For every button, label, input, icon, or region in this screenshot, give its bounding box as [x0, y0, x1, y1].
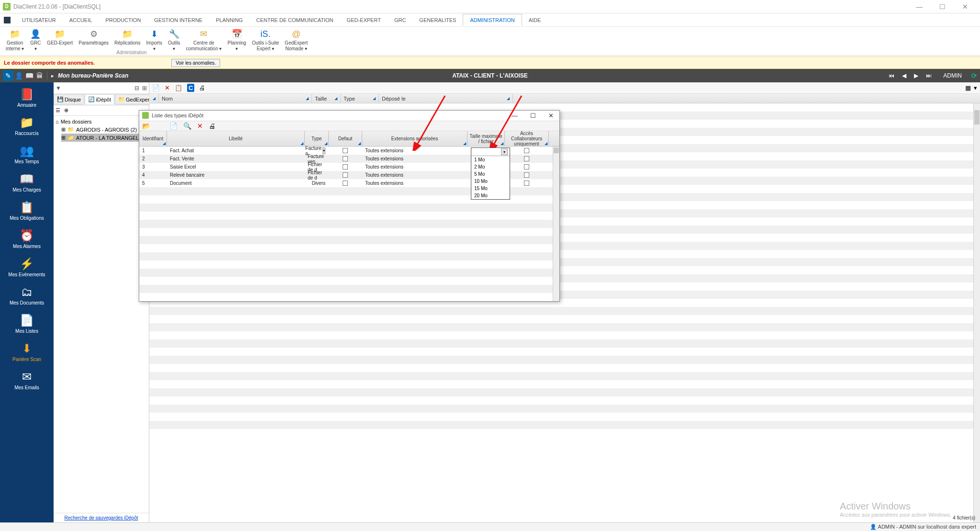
dialog-delete-icon[interactable]: ✕	[197, 122, 203, 130]
sidebar-item-panière-scan[interactable]: ⬇ Panière Scan	[0, 338, 54, 366]
ribbon-param-trages[interactable]: ⚙ Paramétrages	[77, 29, 111, 52]
grid-icon[interactable]: ▦	[965, 84, 971, 91]
dialog-column-header[interactable]: Defaut◢	[329, 131, 362, 146]
ribbon-r-plications[interactable]: 📁 Réplications	[112, 29, 142, 52]
dropdown-option[interactable]: 10 Mo	[471, 178, 510, 185]
app-menu-icon[interactable]	[4, 17, 11, 23]
dialog-zoom-icon[interactable]: 🔍	[183, 122, 191, 130]
dropdown-option[interactable]: 20 Mo	[471, 192, 510, 199]
dialog-column-header[interactable]: Accès Collaborateurs uniquement◢	[505, 131, 549, 146]
tree-expand-icon[interactable]: ⊞	[142, 85, 147, 91]
checkbox[interactable]	[343, 148, 348, 153]
copy-icon[interactable]: 📋	[175, 84, 182, 91]
tree-collapse-icon[interactable]: ⊟	[134, 85, 139, 91]
dialog-new-icon[interactable]: 📄	[169, 122, 178, 130]
sort-icon[interactable]: ◢	[153, 96, 156, 101]
book-icon[interactable]: 📖	[24, 70, 34, 81]
dialog-column-header[interactable]: Taille maximale / fichier◢	[468, 131, 505, 146]
user-icon[interactable]: 👤	[13, 70, 24, 81]
checkbox[interactable]	[524, 172, 529, 178]
dialog-close-button[interactable]: ✕	[546, 112, 557, 119]
sort-icon[interactable]: ◢	[334, 96, 337, 101]
sidebar-item-annuaire[interactable]: 📕 Annuaire	[0, 83, 54, 112]
checkbox[interactable]	[524, 156, 529, 161]
sidebar-item-mes-emails[interactable]: ✉ Mes Emails	[0, 366, 54, 394]
ribbon-outils-i-suite[interactable]: iS. Outils i-SuiteExpert ▾	[250, 29, 281, 52]
checkbox[interactable]	[343, 164, 348, 169]
taille-dropdown-field[interactable]: ▾	[471, 148, 510, 156]
backup-search-link[interactable]: Recherche de sauvegardes iDépôt	[65, 515, 138, 520]
sidebar-item-mes-obligations[interactable]: 📋 Mes Obligations	[0, 196, 54, 225]
delete-icon[interactable]: ✕	[165, 84, 170, 91]
menu-production[interactable]: PRODUCTION	[99, 14, 147, 26]
menu-generalites[interactable]: GENERALITES	[412, 14, 463, 26]
scrollbar[interactable]	[973, 103, 980, 523]
menu-gestion-interne[interactable]: GESTION INTERNE	[147, 14, 209, 26]
ribbon-gedexpert[interactable]: @ GedExpertNomade ▾	[283, 29, 310, 52]
ribbon-planning[interactable]: 📅 Planning▾	[226, 29, 248, 52]
tree-node[interactable]: ⊞📁 AGRODIS - AGRODIS (2)	[61, 125, 147, 134]
dialog-column-header[interactable]: Extensions autorisées◢	[362, 131, 468, 146]
print-icon[interactable]: 🖨	[199, 84, 205, 91]
dropdown-option[interactable]: 15 Mo	[471, 185, 510, 192]
checkbox[interactable]	[524, 181, 529, 186]
column-header[interactable]: Déposé le◢	[379, 94, 513, 103]
column-header[interactable]: Type◢	[341, 94, 379, 103]
dialog-minimize-button[interactable]: —	[509, 112, 521, 119]
sidebar-item-mes-temps[interactable]: 👥 Mes Temps	[0, 140, 54, 168]
ribbon-centre-de[interactable]: ✉ Centre decommunication ▾	[184, 29, 223, 52]
menu-grc[interactable]: GRC	[388, 14, 412, 26]
tree-add-icon[interactable]: ⊕	[64, 107, 68, 113]
ribbon-imports[interactable]: ⬇ Imports▾	[145, 29, 164, 52]
refresh-icon[interactable]: ⟳	[971, 72, 977, 79]
sort-icon[interactable]: ◢	[501, 141, 503, 146]
sort-icon[interactable]: ◢	[358, 141, 361, 146]
dialog-column-header[interactable]: Identifiant◢	[139, 131, 167, 146]
filter-icon[interactable]: ▼	[56, 85, 61, 91]
menu-aide[interactable]: AIDE	[522, 14, 548, 26]
tree-list-icon[interactable]: ☰	[56, 107, 60, 113]
dialog-maximize-button[interactable]: ☐	[527, 112, 539, 119]
tree-root[interactable]: ⌂ Mes dossiers	[56, 118, 147, 125]
menu-ged-expert[interactable]: GED-EXPERT	[340, 14, 388, 26]
taille-dropdown[interactable]: ▾ 1 Mo2 Mo5 Mo10 Mo15 Mo20 Mo	[471, 147, 510, 200]
ribbon-ged-expert[interactable]: 📁 GED-Expert	[45, 29, 75, 52]
tree-tab-gedexpert[interactable]: 📁GedExpert	[115, 94, 155, 104]
close-button[interactable]: ✕	[958, 3, 972, 11]
tree-tab-idépôt[interactable]: 🔄iDépôt	[85, 94, 114, 104]
sort-icon[interactable]: ◢	[373, 96, 376, 101]
new-doc-icon[interactable]: 📄	[152, 84, 160, 91]
dropdown-option[interactable]: 5 Mo	[471, 170, 510, 178]
sort-icon[interactable]: ◢	[163, 141, 166, 146]
sidebar-item-mes-alarmes[interactable]: ⏰ Mes Alarmes	[0, 225, 54, 253]
sidebar-item-raccourcis[interactable]: 📁 Raccourcis	[0, 112, 54, 140]
column-header[interactable]: ◢	[149, 94, 159, 103]
checkbox[interactable]	[343, 156, 348, 161]
nav-next-icon[interactable]: ▶	[912, 72, 920, 79]
sort-icon[interactable]: ◢	[463, 141, 466, 146]
dialog-open-icon[interactable]: 📂	[142, 122, 150, 130]
sort-icon[interactable]: ◢	[301, 141, 303, 146]
ribbon-outils[interactable]: 🔧 Outils▾	[166, 29, 182, 52]
c-action-icon[interactable]: C	[187, 84, 194, 92]
column-header[interactable]: Nom◢	[159, 94, 312, 103]
anomaly-view-button[interactable]: Voir les anomalies.	[171, 59, 220, 67]
sort-icon[interactable]: ◢	[507, 96, 510, 101]
checkbox[interactable]	[343, 172, 348, 178]
menu-centre-de-communication[interactable]: CENTRE DE COMMUNICATION	[249, 14, 340, 26]
maximize-button[interactable]: ☐	[935, 3, 949, 11]
menu-administration[interactable]: ADMINISTRATION	[463, 14, 522, 26]
tree-tab-disque[interactable]: 💾Disque	[54, 94, 84, 104]
nav-last-icon[interactable]: ⏭	[924, 72, 934, 79]
column-header[interactable]: Taille◢	[312, 94, 341, 103]
menu-utilisateur[interactable]: UTILISATEUR	[15, 14, 63, 26]
checkbox[interactable]	[343, 181, 348, 186]
checkbox[interactable]	[524, 164, 529, 169]
ribbon-grc[interactable]: 👤 GRC▾	[28, 29, 43, 52]
checkbox[interactable]	[524, 148, 529, 153]
minimize-button[interactable]: —	[912, 3, 926, 11]
building-icon[interactable]: 🏛	[34, 70, 45, 81]
edit-icon[interactable]: ✎	[3, 70, 13, 81]
ribbon-gestion[interactable]: 📁 Gestioninterne ▾	[4, 29, 26, 52]
sort-icon[interactable]: ◢	[545, 141, 547, 146]
